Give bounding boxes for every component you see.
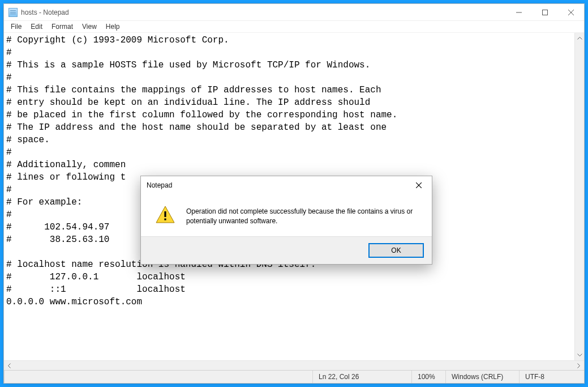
maximize-button[interactable] [532,4,558,21]
scroll-right-icon[interactable] [574,362,583,370]
statusbar: Ln 22, Col 26 100% Windows (CRLF) UTF-8 [4,370,584,383]
status-position: Ln 22, Col 26 [312,371,411,383]
menu-help[interactable]: Help [101,22,125,32]
menubar: File Edit Format View Help [4,21,584,33]
warning-icon [156,206,175,226]
vertical-scrollbar[interactable] [574,33,584,360]
menu-edit[interactable]: Edit [26,22,47,32]
menu-view[interactable]: View [78,22,101,32]
status-zoom: 100% [411,371,445,383]
dialog-body: Operation did not complete successfully … [141,194,432,236]
status-spacer [4,371,312,383]
close-button[interactable] [558,4,584,21]
horizontal-scrollbar[interactable] [4,360,584,370]
status-line-ending: Windows (CRLF) [445,371,519,383]
window-title: hosts - Notepad [21,8,69,16]
dialog-titlebar[interactable]: Notepad [141,176,432,194]
notepad-window: hosts - Notepad File Edit Format View He… [3,3,585,384]
editor-area: # Copyright (c) 1993-2009 Microsoft Corp… [4,33,584,370]
ok-button[interactable]: OK [368,243,424,258]
dialog-footer: OK [141,236,432,264]
dialog-title: Notepad [147,181,172,189]
scroll-down-icon[interactable] [576,350,584,360]
dialog-close-button[interactable] [407,177,431,193]
error-dialog: Notepad Operation did not complete succe… [140,176,432,265]
svg-rect-8 [164,219,166,220]
svg-rect-1 [543,10,548,15]
menu-file[interactable]: File [6,22,26,32]
svg-rect-7 [164,211,166,217]
minimize-button[interactable] [506,4,532,21]
scroll-left-icon[interactable] [5,362,14,370]
scroll-up-icon[interactable] [576,33,584,43]
titlebar[interactable]: hosts - Notepad [4,4,584,21]
notepad-icon [8,8,18,17]
status-encoding: UTF-8 [519,371,584,383]
menu-format[interactable]: Format [47,22,78,32]
dialog-message: Operation did not complete successfully … [186,206,416,226]
